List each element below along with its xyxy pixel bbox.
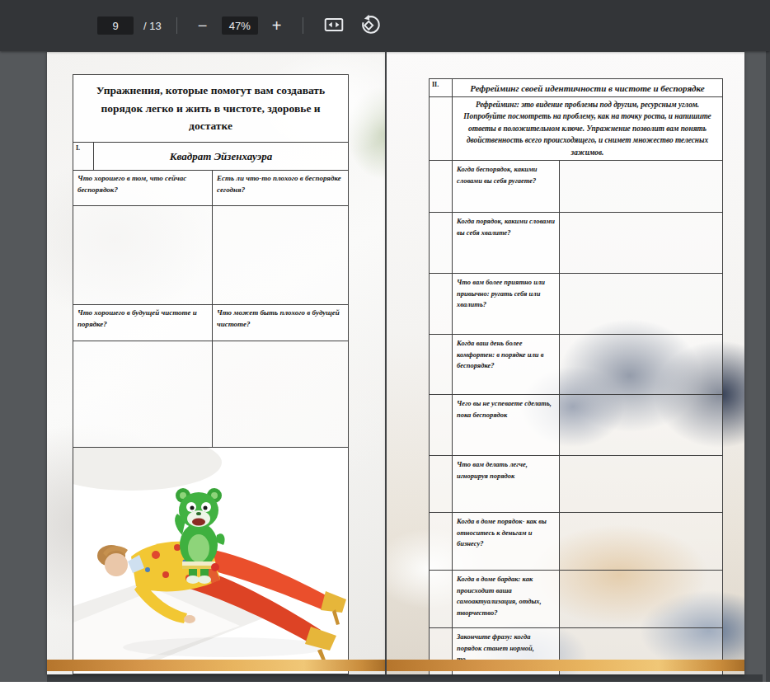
row-number-cell <box>430 97 453 161</box>
right-page-title: Рефрейминг своей идентичности в чистоте … <box>453 79 723 97</box>
viewer-area: Упражнения, которые помогут вам создават… <box>0 51 770 682</box>
fit-to-width-icon <box>323 14 345 38</box>
section-number: I. <box>73 143 94 171</box>
answer-cell <box>213 341 349 448</box>
question-cell: Когда беспорядок, какими словами вы себя… <box>453 161 560 213</box>
page-left: Упражнения, которые помогут вам создават… <box>47 52 385 674</box>
answer-cell <box>560 513 723 571</box>
zoom-in-button[interactable]: + <box>266 15 288 36</box>
zoom-out-button[interactable]: − <box>192 15 214 36</box>
zoom-level-input[interactable]: 47% <box>222 16 258 35</box>
question-cell: Что вам делать легче, игнорируя порядок <box>453 456 560 513</box>
answer-cell <box>213 206 349 305</box>
answer-cell <box>73 206 213 305</box>
vertical-scrollbar[interactable] <box>766 51 770 682</box>
question-cell: Когда в доме бардак: как происходит ваша… <box>453 571 560 628</box>
reframing-table: II. Рефрейминг своей идентичности в чист… <box>429 78 723 674</box>
toolbar-divider <box>176 17 177 34</box>
gold-footer-bar <box>47 660 385 671</box>
row-number-cell <box>430 571 453 628</box>
row-number-cell <box>430 513 453 571</box>
section-number: II. <box>430 79 453 97</box>
answer-cell <box>560 456 723 513</box>
row-number-cell <box>430 274 453 335</box>
row-number-cell <box>430 335 453 395</box>
rotate-button[interactable] <box>358 13 383 38</box>
page-right: II. Рефрейминг своей идентичности в чист… <box>387 52 744 674</box>
answer-cell <box>560 161 723 213</box>
gold-footer-bar <box>387 660 744 671</box>
question-cell: Что вам более приятно или привычно: руга… <box>453 274 560 335</box>
reframing-intro: Рефрейминг: это видение проблемы под дру… <box>453 97 723 161</box>
question-cell: Когда ваш день более комфортен: в порядк… <box>453 335 560 395</box>
quadrant-question: Есть ли что-то плохого в беспорядке сего… <box>213 171 349 206</box>
eisenhower-table: Упражнения, которые помогут вам создават… <box>73 74 349 674</box>
row-number-cell <box>430 161 453 213</box>
toolbar-controls: 9 / 13 − 47% + <box>97 0 383 51</box>
answer-cell <box>560 571 723 628</box>
answer-cell <box>560 335 723 395</box>
toolbar-divider <box>303 17 303 34</box>
question-cell: Чего вы не успеваете сделать, пока беспо… <box>453 395 560 456</box>
quadrant-question: Что хорошего в будущей чистоте и порядке… <box>73 305 213 341</box>
page-background-below-viewer <box>0 682 770 700</box>
quadrant-question: Что может быть плохого в будущей чистоте… <box>213 305 349 341</box>
section-title: Квадрат Эйзенхауэра <box>94 143 349 171</box>
pdf-viewer-window: 9 / 13 − 47% + <box>0 0 770 700</box>
quadrant-question: Что хорошего в том, что сейчас беспорядо… <box>73 171 213 206</box>
question-cell: Когда в доме порядок- как вы относитесь … <box>453 513 560 571</box>
rotate-counterclockwise-icon <box>359 14 381 38</box>
fit-width-button[interactable] <box>322 13 346 38</box>
left-page-title: Упражнения, которые помогут вам создават… <box>73 75 349 143</box>
row-number-cell <box>430 213 453 274</box>
row-number-cell <box>430 395 453 456</box>
answer-cell <box>73 341 213 448</box>
page-bottom-shadow <box>47 674 763 682</box>
question-cell: Когда порядок, какими словами вы себя хв… <box>453 213 560 274</box>
page-number-input[interactable]: 9 <box>97 16 134 35</box>
photo-cell <box>73 448 349 674</box>
answer-cell <box>560 274 723 335</box>
page-total-label: / 13 <box>143 20 162 32</box>
pdf-toolbar: 9 / 13 − 47% + <box>0 0 770 51</box>
row-number-cell <box>430 456 453 513</box>
answer-cell <box>560 395 723 456</box>
answer-cell <box>560 213 723 274</box>
